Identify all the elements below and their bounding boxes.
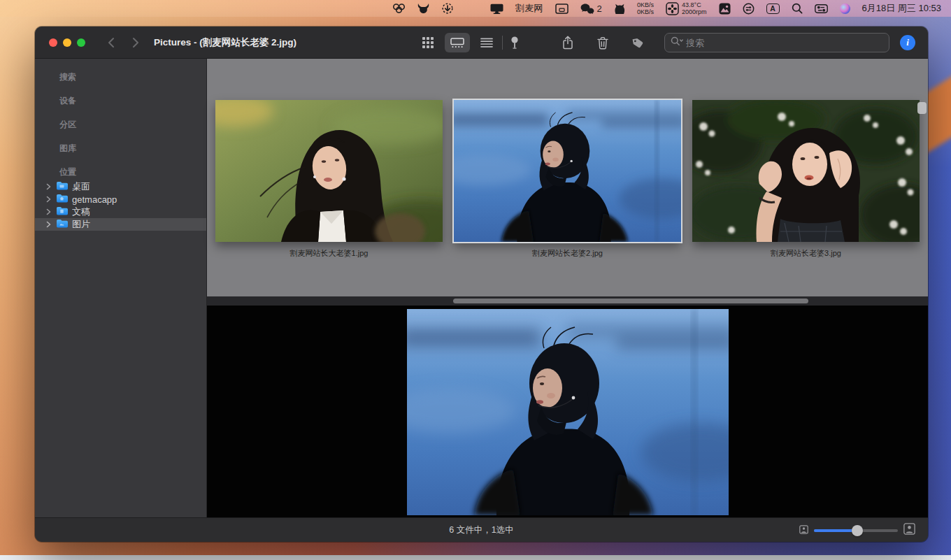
fan-stats-item[interactable]: 43.8°C 2000rpm	[666, 0, 707, 17]
chevron-right-icon[interactable]	[45, 208, 52, 215]
sidebar-header-partitions[interactable]: 分区	[59, 119, 206, 129]
network-speed-indicator[interactable]: 0KB/s 0KB/s	[637, 1, 654, 15]
photos-icon[interactable]	[719, 0, 731, 17]
bull-icon[interactable]	[417, 0, 429, 17]
chevron-right-icon[interactable]	[45, 183, 52, 190]
preview-pane	[207, 306, 928, 517]
sidebar-header-search[interactable]: 搜索	[59, 71, 206, 81]
filter-circle-icon[interactable]	[743, 0, 755, 17]
file-thumbnail-2[interactable]: 割麦网站长老婆2.jpg	[454, 100, 681, 296]
download-icon[interactable]	[441, 0, 454, 17]
siri-icon[interactable]	[840, 0, 850, 17]
sidebar-item-label: 文稿	[72, 206, 90, 218]
grid-view-button[interactable]	[415, 33, 441, 52]
documents-folder-icon	[56, 206, 68, 217]
traffic-lights	[49, 38, 85, 47]
menu-bar: 割麦网 2 0KB/s 0KB/s	[0, 0, 951, 17]
file-name-3: 割麦网站长老婆3.jpg	[771, 248, 841, 259]
sidebar-item-label: getmacapp	[72, 194, 117, 205]
search-icon	[671, 36, 683, 49]
window-title-bar: Pictures - (割麦网站长老婆 2.jpg)	[35, 27, 928, 59]
wechat-icon[interactable]: 2	[580, 0, 602, 17]
file-name-2: 割麦网站长老婆2.jpg	[532, 248, 603, 259]
search-input[interactable]	[686, 38, 883, 48]
preview-image[interactable]	[407, 309, 729, 515]
sidebar-item-label: 桌面	[72, 180, 90, 193]
vertical-scrollbar-thumb[interactable]	[917, 102, 927, 114]
fan-icon	[666, 2, 679, 15]
wechat-badge: 2	[597, 3, 602, 14]
thumbnail-pane: 割麦网站长大老婆1.jpg	[207, 59, 928, 296]
trash-button[interactable]	[590, 33, 615, 52]
share-button[interactable]	[555, 33, 580, 52]
file-name-1: 割麦网站长大老婆1.jpg	[290, 248, 369, 259]
close-button[interactable]	[49, 38, 57, 47]
wallpaper-bottom-strip	[0, 555, 951, 560]
net-up-speed: 0KB/s	[637, 1, 654, 8]
home-folder-icon	[56, 194, 68, 205]
main-pane: 割麦网站长大老婆1.jpg	[207, 59, 928, 517]
horizontal-scrollbar[interactable]	[207, 296, 928, 306]
thumbnail-image-2-selected[interactable]	[454, 100, 681, 242]
input-source-icon[interactable]: A	[766, 3, 780, 14]
zoom-slider[interactable]	[814, 525, 898, 536]
sidebar: 搜索 设备 分区 图库 位置 桌面	[35, 59, 207, 517]
back-button[interactable]	[105, 36, 117, 49]
sidebar-header-locations[interactable]: 位置	[59, 166, 206, 176]
input-method-letter: A	[770, 5, 775, 13]
chevron-right-icon[interactable]	[45, 196, 52, 203]
pictures-folder-icon	[56, 219, 68, 230]
info-button[interactable]: i	[900, 35, 915, 50]
window-body: 搜索 设备 分区 图库 位置 桌面	[35, 59, 928, 517]
zoom-button[interactable]	[77, 38, 85, 47]
sidebar-item-documents[interactable]: 文稿	[35, 206, 206, 218]
minimize-button[interactable]	[63, 38, 71, 47]
thumbnail-image-1[interactable]	[215, 100, 443, 242]
menubar-app-item[interactable]: 割麦网	[515, 0, 543, 17]
screen-mirroring-icon[interactable]	[555, 0, 569, 17]
thumbnail-small-icon	[799, 524, 808, 537]
sidebar-item-pictures[interactable]: 图片	[35, 218, 206, 231]
file-thumbnail-1[interactable]: 割麦网站长大老婆1.jpg	[215, 100, 443, 296]
chevron-right-icon[interactable]	[45, 221, 52, 228]
thumbnail-large-icon	[903, 523, 915, 538]
thumbnail-image-3[interactable]	[692, 100, 920, 242]
gallery-view-button[interactable]	[445, 33, 470, 52]
sidebar-header-gallery[interactable]: 图库	[59, 143, 206, 152]
display-icon[interactable]	[490, 0, 503, 17]
zoom-slider-fill	[814, 529, 857, 532]
file-thumbnail-3[interactable]: 割麦网站长老婆3.jpg	[692, 100, 920, 296]
zoom-slider-knob[interactable]	[852, 525, 863, 536]
status-summary: 6 文件中，1选中	[449, 524, 513, 536]
fan-readout: 43.8°C 2000rpm	[682, 1, 707, 15]
status-bar: 6 文件中，1选中	[35, 517, 928, 542]
pin-button[interactable]	[502, 33, 527, 52]
window-title: Pictures - (割麦网站长老婆 2.jpg)	[154, 27, 296, 59]
sidebar-item-desktop[interactable]: 桌面	[35, 180, 206, 193]
app-window: Pictures - (割麦网站长老婆 2.jpg)	[35, 27, 928, 542]
net-down-speed: 0KB/s	[637, 8, 654, 15]
horizontal-scrollbar-thumb[interactable]	[453, 299, 808, 303]
folder-icon	[56, 181, 68, 192]
menubar-clock[interactable]: 6月18日 周三 10:53	[862, 2, 941, 15]
forward-button[interactable]	[129, 36, 142, 49]
spotlight-icon[interactable]	[792, 0, 803, 17]
list-view-button[interactable]	[474, 33, 499, 52]
fan-speed-value: 2000rpm	[682, 8, 707, 15]
temperature-value: 43.8°C	[682, 1, 707, 8]
sidebar-item-home[interactable]: getmacapp	[35, 193, 206, 206]
rings-icon[interactable]	[392, 0, 406, 17]
toolbar-search	[664, 33, 889, 52]
tag-button[interactable]	[625, 33, 650, 52]
info-glyph: i	[906, 37, 909, 48]
sidebar-item-label: 图片	[72, 218, 90, 231]
zoom-controls	[799, 518, 915, 542]
cat-icon[interactable]	[614, 0, 625, 17]
control-center-icon[interactable]	[815, 0, 828, 17]
sidebar-header-devices[interactable]: 设备	[59, 95, 206, 105]
